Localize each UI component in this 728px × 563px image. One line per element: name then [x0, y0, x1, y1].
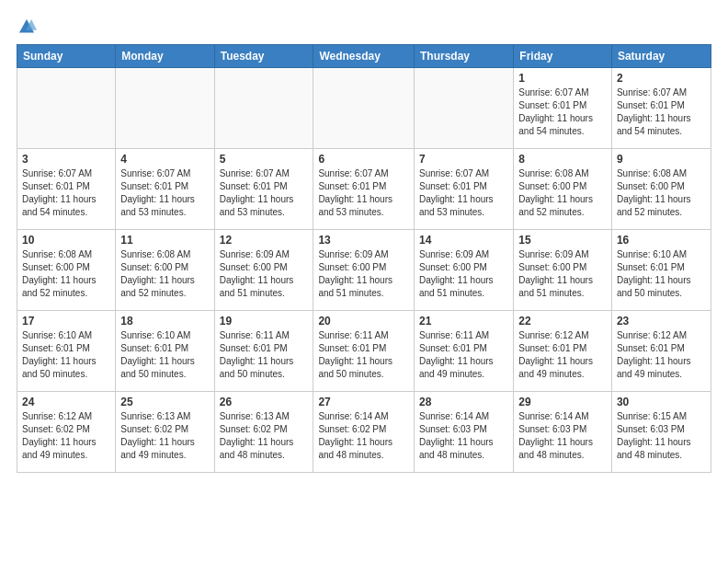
- calendar-cell: [17, 68, 116, 149]
- calendar-cell: [313, 68, 415, 149]
- day-number: 21: [419, 315, 508, 327]
- calendar-week-row: 10Sunrise: 6:08 AMSunset: 6:00 PMDayligh…: [17, 230, 711, 311]
- page: SundayMondayTuesdayWednesdayThursdayFrid…: [0, 0, 728, 482]
- calendar-cell: 21Sunrise: 6:11 AMSunset: 6:01 PMDayligh…: [414, 311, 513, 392]
- calendar-cell: 23Sunrise: 6:12 AMSunset: 6:01 PMDayligh…: [611, 311, 711, 392]
- day-number: 27: [318, 396, 409, 408]
- calendar-cell: 17Sunrise: 6:10 AMSunset: 6:01 PMDayligh…: [17, 311, 116, 392]
- day-number: 14: [419, 234, 508, 247]
- day-number: 15: [518, 234, 607, 247]
- day-number: 10: [22, 234, 110, 247]
- calendar-cell: 15Sunrise: 6:09 AMSunset: 6:00 PMDayligh…: [514, 230, 612, 311]
- calendar-cell: 18Sunrise: 6:10 AMSunset: 6:01 PMDayligh…: [116, 311, 214, 392]
- day-info: Sunrise: 6:07 AMSunset: 6:01 PMDaylight:…: [318, 167, 409, 219]
- calendar-day-header: Tuesday: [214, 45, 313, 68]
- calendar-cell: 5Sunrise: 6:07 AMSunset: 6:01 PMDaylight…: [214, 149, 313, 230]
- day-number: 4: [120, 153, 209, 166]
- day-info: Sunrise: 6:07 AMSunset: 6:01 PMDaylight:…: [120, 167, 209, 219]
- day-info: Sunrise: 6:14 AMSunset: 6:03 PMDaylight:…: [419, 410, 508, 462]
- calendar-cell: 4Sunrise: 6:07 AMSunset: 6:01 PMDaylight…: [116, 149, 214, 230]
- logo: [17, 17, 40, 37]
- day-number: 8: [518, 153, 607, 166]
- calendar-day-header: Thursday: [414, 45, 513, 68]
- calendar-cell: 1Sunrise: 6:07 AMSunset: 6:01 PMDaylight…: [514, 68, 612, 149]
- day-number: 24: [22, 396, 110, 408]
- day-number: 7: [419, 153, 508, 166]
- day-number: 13: [318, 234, 409, 247]
- day-number: 12: [220, 234, 309, 247]
- day-number: 16: [617, 234, 706, 247]
- calendar-week-row: 24Sunrise: 6:12 AMSunset: 6:02 PMDayligh…: [17, 392, 711, 473]
- day-info: Sunrise: 6:10 AMSunset: 6:01 PMDaylight:…: [22, 329, 110, 381]
- calendar-cell: 8Sunrise: 6:08 AMSunset: 6:00 PMDaylight…: [514, 149, 612, 230]
- day-info: Sunrise: 6:08 AMSunset: 6:00 PMDaylight:…: [518, 167, 607, 219]
- day-number: 1: [518, 72, 607, 85]
- calendar-day-header: Sunday: [17, 45, 116, 68]
- calendar-cell: 7Sunrise: 6:07 AMSunset: 6:01 PMDaylight…: [414, 149, 513, 230]
- day-info: Sunrise: 6:15 AMSunset: 6:03 PMDaylight:…: [617, 410, 706, 462]
- calendar-cell: 26Sunrise: 6:13 AMSunset: 6:02 PMDayligh…: [214, 392, 313, 473]
- day-info: Sunrise: 6:07 AMSunset: 6:01 PMDaylight:…: [518, 86, 607, 138]
- day-number: 29: [518, 396, 607, 408]
- day-number: 19: [220, 315, 309, 327]
- day-number: 26: [220, 396, 309, 408]
- day-info: Sunrise: 6:09 AMSunset: 6:00 PMDaylight:…: [318, 248, 409, 300]
- header: [17, 17, 711, 37]
- calendar-cell: 22Sunrise: 6:12 AMSunset: 6:01 PMDayligh…: [514, 311, 612, 392]
- day-info: Sunrise: 6:08 AMSunset: 6:00 PMDaylight:…: [120, 248, 209, 300]
- calendar-day-header: Monday: [116, 45, 214, 68]
- calendar-day-header: Saturday: [611, 45, 711, 68]
- calendar-cell: 25Sunrise: 6:13 AMSunset: 6:02 PMDayligh…: [116, 392, 214, 473]
- day-info: Sunrise: 6:07 AMSunset: 6:01 PMDaylight:…: [419, 167, 508, 219]
- day-info: Sunrise: 6:10 AMSunset: 6:01 PMDaylight:…: [120, 329, 209, 381]
- day-number: 17: [22, 315, 110, 327]
- day-info: Sunrise: 6:11 AMSunset: 6:01 PMDaylight:…: [220, 329, 309, 381]
- calendar-cell: 27Sunrise: 6:14 AMSunset: 6:02 PMDayligh…: [313, 392, 415, 473]
- day-info: Sunrise: 6:11 AMSunset: 6:01 PMDaylight:…: [419, 329, 508, 381]
- day-info: Sunrise: 6:10 AMSunset: 6:01 PMDaylight:…: [617, 248, 706, 300]
- day-number: 28: [419, 396, 508, 408]
- day-info: Sunrise: 6:14 AMSunset: 6:03 PMDaylight:…: [518, 410, 607, 462]
- day-info: Sunrise: 6:12 AMSunset: 6:02 PMDaylight:…: [22, 410, 110, 462]
- day-number: 6: [318, 153, 409, 166]
- day-info: Sunrise: 6:07 AMSunset: 6:01 PMDaylight:…: [617, 86, 706, 138]
- day-number: 30: [617, 396, 706, 408]
- calendar-cell: 29Sunrise: 6:14 AMSunset: 6:03 PMDayligh…: [514, 392, 612, 473]
- calendar-cell: [414, 68, 513, 149]
- day-info: Sunrise: 6:13 AMSunset: 6:02 PMDaylight:…: [120, 410, 209, 462]
- calendar-cell: 10Sunrise: 6:08 AMSunset: 6:00 PMDayligh…: [17, 230, 116, 311]
- day-number: 18: [120, 315, 209, 327]
- day-info: Sunrise: 6:09 AMSunset: 6:00 PMDaylight:…: [220, 248, 309, 300]
- day-info: Sunrise: 6:09 AMSunset: 6:00 PMDaylight:…: [419, 248, 508, 300]
- calendar-cell: 19Sunrise: 6:11 AMSunset: 6:01 PMDayligh…: [214, 311, 313, 392]
- logo-icon: [17, 17, 37, 37]
- day-number: 3: [22, 153, 110, 166]
- calendar-cell: 14Sunrise: 6:09 AMSunset: 6:00 PMDayligh…: [414, 230, 513, 311]
- calendar-cell: 28Sunrise: 6:14 AMSunset: 6:03 PMDayligh…: [414, 392, 513, 473]
- day-info: Sunrise: 6:07 AMSunset: 6:01 PMDaylight:…: [22, 167, 110, 219]
- day-info: Sunrise: 6:08 AMSunset: 6:00 PMDaylight:…: [617, 167, 706, 219]
- day-info: Sunrise: 6:07 AMSunset: 6:01 PMDaylight:…: [220, 167, 309, 219]
- calendar-cell: 24Sunrise: 6:12 AMSunset: 6:02 PMDayligh…: [17, 392, 116, 473]
- calendar-week-row: 3Sunrise: 6:07 AMSunset: 6:01 PMDaylight…: [17, 149, 711, 230]
- calendar: SundayMondayTuesdayWednesdayThursdayFrid…: [17, 44, 711, 473]
- calendar-cell: 12Sunrise: 6:09 AMSunset: 6:00 PMDayligh…: [214, 230, 313, 311]
- calendar-cell: 3Sunrise: 6:07 AMSunset: 6:01 PMDaylight…: [17, 149, 116, 230]
- calendar-cell: 2Sunrise: 6:07 AMSunset: 6:01 PMDaylight…: [611, 68, 711, 149]
- day-number: 22: [518, 315, 607, 327]
- day-number: 5: [220, 153, 309, 166]
- calendar-cell: 16Sunrise: 6:10 AMSunset: 6:01 PMDayligh…: [611, 230, 711, 311]
- calendar-cell: 11Sunrise: 6:08 AMSunset: 6:00 PMDayligh…: [116, 230, 214, 311]
- calendar-header-row: SundayMondayTuesdayWednesdayThursdayFrid…: [17, 45, 711, 68]
- calendar-cell: [214, 68, 313, 149]
- day-info: Sunrise: 6:08 AMSunset: 6:00 PMDaylight:…: [22, 248, 110, 300]
- calendar-day-header: Friday: [514, 45, 612, 68]
- day-number: 20: [318, 315, 409, 327]
- day-number: 2: [617, 72, 706, 85]
- day-number: 25: [120, 396, 209, 408]
- calendar-week-row: 17Sunrise: 6:10 AMSunset: 6:01 PMDayligh…: [17, 311, 711, 392]
- day-info: Sunrise: 6:11 AMSunset: 6:01 PMDaylight:…: [318, 329, 409, 381]
- day-info: Sunrise: 6:12 AMSunset: 6:01 PMDaylight:…: [518, 329, 607, 381]
- day-info: Sunrise: 6:13 AMSunset: 6:02 PMDaylight:…: [220, 410, 309, 462]
- day-number: 11: [120, 234, 209, 247]
